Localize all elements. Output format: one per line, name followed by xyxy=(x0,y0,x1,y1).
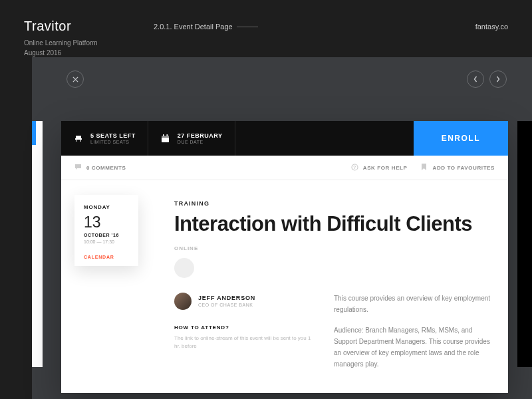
divider-line xyxy=(237,27,258,27)
svg-rect-2 xyxy=(163,134,164,136)
date-number: 13 xyxy=(84,213,129,231)
brand-title: Travitor xyxy=(24,19,154,34)
date-time: 10:00 — 17:30 xyxy=(84,239,129,244)
page-label: 2.0.1. Event Detail Page xyxy=(154,23,233,31)
seats-title: 5 SEATS LEFT xyxy=(90,132,136,139)
date-weekday: MONDAY xyxy=(84,204,129,210)
author-role: CEO OF CHASE BANK xyxy=(198,303,255,307)
attend-text: The link to online-stream of this event … xyxy=(174,334,314,350)
author-block: JEFF ANDERSON CEO OF CHASE BANK xyxy=(174,293,314,310)
close-icon xyxy=(72,76,78,82)
desc-p2: Audience: Branch Managers, RMs, MSMs, an… xyxy=(334,325,495,370)
calendar-link[interactable]: CALENDAR xyxy=(84,255,129,259)
svg-text:?: ? xyxy=(353,165,356,170)
comments-link[interactable]: 0 COMMENTS xyxy=(74,164,126,172)
credit-link[interactable]: fantasy.co xyxy=(475,19,508,58)
enroll-button[interactable]: ENROLL xyxy=(414,121,508,156)
author-avatar xyxy=(174,293,192,310)
date-month: OCTOBER '16 xyxy=(84,233,129,237)
next-button[interactable] xyxy=(489,70,507,88)
svg-rect-1 xyxy=(162,136,169,138)
event-mode: ONLINE xyxy=(174,245,495,251)
due-sub: DUE DATE xyxy=(178,140,223,144)
attend-heading: HOW TO ATTEND? xyxy=(174,325,314,331)
desc-p1: This course provides an overview of key … xyxy=(334,293,495,315)
event-card: 5 SEATS LEFT LIMITED SEATS 27 FEBRUARY D… xyxy=(61,121,508,393)
seats-sub: LIMITED SEATS xyxy=(90,140,136,144)
favourite-label: ADD TO FAVOURITES xyxy=(433,165,495,171)
chevron-right-icon xyxy=(496,76,500,82)
prev-button[interactable] xyxy=(467,70,484,88)
event-title: Interaction with Difficult Clients xyxy=(174,212,495,236)
help-icon: ? xyxy=(351,164,359,172)
mode-badge xyxy=(174,258,194,278)
stage: 5 SEATS LEFT LIMITED SEATS 27 FEBRUARY D… xyxy=(32,57,532,399)
author-name: JEFF ANDERSON xyxy=(198,295,255,301)
comment-icon xyxy=(74,164,82,172)
date-card: MONDAY 13 OCTOBER '16 10:00 — 17:30 CALE… xyxy=(74,195,138,266)
brand-subtitle-1: Online Learning Platform xyxy=(24,38,154,48)
seats-info: 5 SEATS LEFT LIMITED SEATS xyxy=(61,121,148,156)
description: This course provides an overview of key … xyxy=(334,293,495,370)
brand-subtitle-2: August 2016 xyxy=(24,48,154,58)
info-bar: 5 SEATS LEFT LIMITED SEATS 27 FEBRUARY D… xyxy=(61,121,508,156)
close-button[interactable] xyxy=(66,70,84,88)
event-kicker: TRAINING xyxy=(174,200,495,207)
seat-icon xyxy=(73,133,84,144)
next-card-peek[interactable] xyxy=(517,121,532,367)
favourite-link[interactable]: ADD TO FAVOURITES xyxy=(421,164,495,172)
comments-label: 0 COMMENTS xyxy=(86,165,126,171)
bookmark-icon xyxy=(421,164,429,172)
help-link[interactable]: ? ASK FOR HELP xyxy=(351,164,408,172)
calendar-icon xyxy=(160,133,171,144)
due-title: 27 FEBRUARY xyxy=(178,132,223,139)
due-info: 27 FEBRUARY DUE DATE xyxy=(148,121,235,156)
meta-bar: 0 COMMENTS ? ASK FOR HELP ADD TO FAVOURI… xyxy=(61,156,508,180)
prev-card-peek[interactable] xyxy=(32,121,43,367)
svg-rect-3 xyxy=(167,134,168,136)
help-label: ASK FOR HELP xyxy=(363,165,408,171)
chevron-left-icon xyxy=(473,76,477,82)
